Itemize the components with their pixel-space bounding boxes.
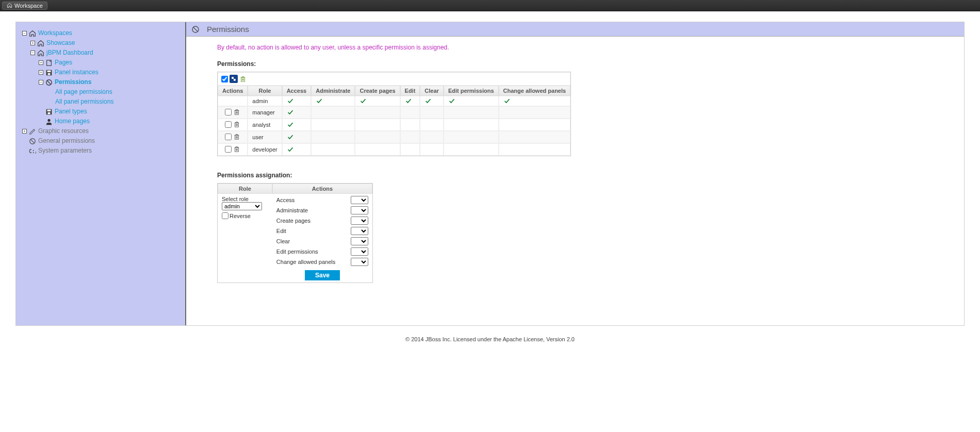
toggle-pages[interactable]: + bbox=[39, 60, 43, 65]
check-icon bbox=[287, 109, 307, 115]
sidebar-item-graphic-resources[interactable]: Graphic resources bbox=[38, 126, 89, 136]
page-icon bbox=[45, 59, 53, 67]
row-select-checkbox[interactable] bbox=[225, 134, 232, 140]
row-perm-cell bbox=[444, 131, 499, 143]
invert-selection-icon[interactable] bbox=[230, 75, 238, 83]
row-role-cell: user bbox=[248, 131, 282, 143]
row-perm-cell bbox=[400, 119, 420, 131]
check-icon bbox=[287, 122, 307, 128]
delete-selected-icon[interactable] bbox=[239, 75, 247, 83]
footer-text: © 2014 JBoss Inc. Licensed under the Apa… bbox=[15, 326, 965, 353]
row-actions-cell bbox=[218, 119, 248, 131]
row-perm-cell bbox=[400, 143, 420, 156]
row-select-checkbox[interactable] bbox=[225, 109, 232, 115]
page-title: Permissions bbox=[207, 25, 249, 34]
row-actions-cell bbox=[218, 96, 248, 106]
assign-action-select[interactable] bbox=[351, 196, 368, 204]
role-select[interactable]: admin bbox=[222, 202, 262, 210]
row-perm-cell bbox=[282, 131, 312, 143]
trash-icon[interactable] bbox=[233, 133, 240, 140]
row-perm-cell bbox=[444, 96, 499, 106]
row-perm-cell bbox=[282, 143, 312, 156]
trash-icon[interactable] bbox=[233, 121, 240, 128]
sidebar-item-home-pages[interactable]: Home pages bbox=[55, 117, 90, 126]
row-perm-cell bbox=[400, 96, 420, 106]
cli-icon bbox=[29, 147, 36, 155]
assign-action-select[interactable] bbox=[351, 227, 368, 235]
sidebar-item-panel-instances[interactable]: Panel instances bbox=[55, 68, 99, 77]
check-icon bbox=[503, 98, 566, 104]
workspace-button[interactable]: Workspace bbox=[2, 2, 47, 10]
assign-action-label: Change allowed panels bbox=[276, 259, 335, 265]
row-perm-cell bbox=[499, 143, 571, 156]
trash-icon[interactable] bbox=[233, 108, 240, 115]
user-icon bbox=[45, 118, 53, 125]
content: Permissions By default, no action is all… bbox=[186, 22, 964, 325]
sidebar-item-workspaces[interactable]: Workspaces bbox=[38, 28, 72, 38]
warning-text: By default, no action is allowed to any … bbox=[217, 44, 933, 51]
assign-action-row: Administrate bbox=[276, 206, 368, 214]
row-perm-cell bbox=[499, 106, 571, 119]
sidebar-item-all-panel-permissions[interactable]: All panel permissions bbox=[55, 97, 113, 107]
row-perm-cell bbox=[499, 96, 571, 106]
toggle-jbpm[interactable]: − bbox=[30, 51, 35, 55]
check-icon bbox=[287, 98, 307, 104]
assign-action-label: Edit permissions bbox=[276, 248, 318, 255]
toggle-panel-instances[interactable]: + bbox=[39, 70, 43, 75]
panel-header: Permissions bbox=[186, 22, 964, 37]
sidebar-item-system-parameters[interactable]: System parameters bbox=[38, 146, 92, 156]
row-select-checkbox[interactable] bbox=[225, 121, 232, 128]
assign-col-actions: Actions bbox=[272, 184, 372, 194]
sidebar-item-jbpm[interactable]: jBPM Dashboard bbox=[46, 48, 93, 58]
row-perm-cell bbox=[311, 106, 355, 119]
home-icon bbox=[29, 30, 36, 37]
assign-action-select[interactable] bbox=[351, 217, 368, 225]
col-edit-permissions: Edit permissions bbox=[444, 86, 499, 96]
table-row: analyst bbox=[218, 119, 570, 131]
trash-icon[interactable] bbox=[233, 145, 240, 153]
row-perm-cell bbox=[355, 96, 400, 106]
row-role-cell: developer bbox=[248, 143, 282, 156]
row-perm-cell bbox=[444, 143, 499, 156]
table-row: manager bbox=[218, 106, 570, 119]
table-row: user bbox=[218, 131, 570, 143]
sidebar-item-showcase[interactable]: Showcase bbox=[46, 38, 75, 48]
table-header-row: Actions Role Access Administrate Create … bbox=[218, 86, 570, 96]
assign-action-label: Access bbox=[276, 197, 295, 203]
toggle-graphic-resources[interactable]: + bbox=[22, 129, 27, 134]
row-perm-cell bbox=[499, 119, 571, 131]
sidebar-item-panel-types[interactable]: Panel types bbox=[55, 107, 87, 117]
check-icon bbox=[360, 98, 395, 104]
col-edit: Edit bbox=[400, 86, 420, 96]
assign-action-select[interactable] bbox=[351, 258, 368, 266]
main-frame: − Workspaces + Showcase − jBPM Dashboard… bbox=[15, 22, 965, 326]
toggle-workspaces[interactable]: − bbox=[22, 31, 27, 36]
toggle-showcase[interactable]: + bbox=[30, 41, 35, 45]
assign-action-select[interactable] bbox=[351, 247, 368, 256]
row-perm-cell bbox=[355, 106, 400, 119]
row-select-checkbox[interactable] bbox=[225, 146, 232, 153]
assign-col-role: Role bbox=[218, 184, 272, 194]
col-actions: Actions bbox=[218, 86, 248, 96]
floppy-icon bbox=[45, 108, 53, 115]
assign-action-label: Clear bbox=[276, 238, 290, 244]
assign-action-select[interactable] bbox=[351, 206, 368, 214]
col-administrate: Administrate bbox=[311, 86, 355, 96]
sidebar-item-general-permissions[interactable]: General permissions bbox=[38, 136, 95, 146]
table-row: admin bbox=[218, 96, 570, 106]
assign-action-row: Edit permissions bbox=[276, 247, 368, 256]
col-create-pages: Create pages bbox=[355, 86, 400, 96]
assign-action-select[interactable] bbox=[351, 237, 368, 245]
sidebar-item-pages[interactable]: Pages bbox=[55, 58, 72, 68]
assign-action-row: Change allowed panels bbox=[276, 258, 368, 266]
save-button[interactable]: Save bbox=[305, 270, 340, 280]
check-icon bbox=[287, 134, 307, 140]
select-all-checkbox[interactable] bbox=[220, 75, 228, 83]
toggle-permissions[interactable]: − bbox=[39, 80, 43, 85]
reverse-checkbox[interactable] bbox=[222, 212, 228, 219]
check-icon bbox=[424, 98, 439, 104]
sidebar-item-all-page-permissions[interactable]: All page permissions bbox=[55, 87, 112, 97]
ban-icon bbox=[45, 79, 53, 86]
topbar: Workspace bbox=[0, 0, 980, 11]
sidebar-item-permissions[interactable]: Permissions bbox=[55, 77, 91, 87]
